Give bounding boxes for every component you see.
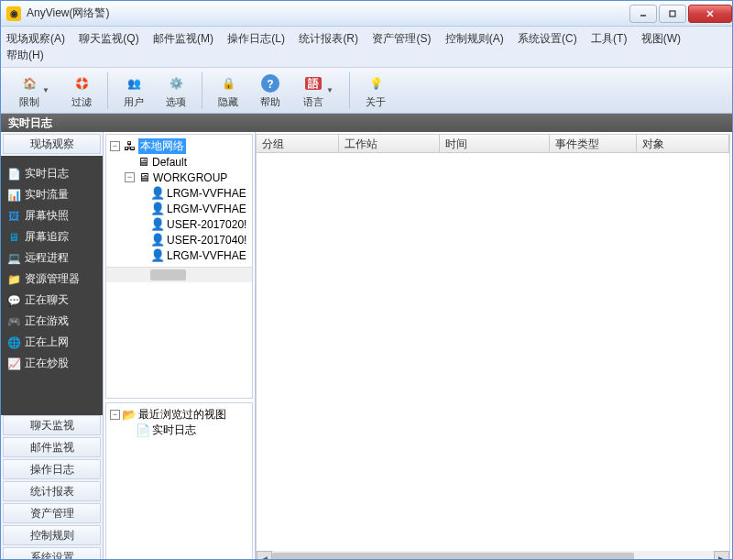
sidebar-icon: 💬 — [6, 293, 21, 308]
filter-button[interactable]: 🛟过滤 — [61, 70, 102, 112]
lang-button[interactable]: 語语言 ▼ — [292, 70, 344, 112]
sidebar-icon: 🌐 — [6, 335, 21, 350]
sidebar-item[interactable]: 🖥屏幕追踪 — [5, 226, 99, 247]
sidebar-icon: 🖥 — [6, 230, 21, 245]
user-icon: 👤 — [150, 202, 165, 216]
tree-node-label: LRGM-VVFHAE — [167, 203, 246, 215]
network-icon: 🖧 — [122, 139, 137, 154]
sidebar-section[interactable]: 系统设置 — [3, 547, 101, 560]
sidebar-item[interactable]: 📁资源管理器 — [5, 269, 99, 290]
user-icon: 👤 — [150, 233, 165, 247]
limit-button[interactable]: 🏠限制 ▼ — [8, 70, 60, 112]
sidebar-item-label: 正在聊天 — [25, 292, 69, 308]
group-icon: 🖥 — [137, 170, 151, 185]
tree-node[interactable]: 👤USER-2017040! — [110, 232, 248, 247]
group-icon: 🖥 — [136, 155, 150, 170]
user-icon: 👤 — [150, 248, 165, 263]
menu-item[interactable]: 现场观察(A) — [6, 32, 65, 45]
folder-icon: 📂 — [122, 408, 137, 423]
app-icon: ◉ — [6, 6, 21, 21]
sidebar-item-label: 正在游戏 — [25, 313, 69, 329]
sidebar-item[interactable]: 📊实时流量 — [5, 184, 99, 205]
sidebar-item[interactable]: 💬正在聊天 — [5, 290, 99, 311]
sidebar-item[interactable]: 🖼屏幕快照 — [5, 205, 99, 226]
sidebar-item-label: 正在炒股 — [25, 356, 69, 371]
close-button[interactable] — [688, 5, 732, 23]
tree-node[interactable]: 👤LRGM-VVFHAE — [110, 185, 248, 201]
collapse-icon[interactable]: − — [110, 141, 120, 151]
tree-node-label: USER-2017020! — [167, 218, 246, 231]
page-title: 实时日志 — [1, 114, 732, 132]
sidebar-section[interactable]: 统计报表 — [3, 481, 101, 501]
scroll-left-icon[interactable]: ◀ — [257, 551, 272, 560]
language-icon: 語 — [302, 72, 324, 94]
col-object[interactable]: 对象 — [637, 135, 729, 152]
menu-item[interactable]: 操作日志(L) — [227, 32, 285, 45]
log-icon: 📄 — [136, 423, 150, 438]
options-button[interactable]: ⚙️选项 — [156, 70, 196, 112]
col-time[interactable]: 时间 — [440, 135, 550, 152]
menu-item[interactable]: 视图(W) — [641, 32, 681, 45]
sidebar-item[interactable]: 🌐正在上网 — [5, 332, 99, 353]
sidebar-item-label: 远程进程 — [25, 250, 69, 266]
about-button[interactable]: 💡关于 — [356, 70, 396, 112]
menu-item[interactable]: 资产管理(S) — [372, 32, 431, 45]
svg-text:語: 語 — [307, 77, 319, 90]
menu-item[interactable]: 邮件监视(M) — [153, 32, 213, 45]
user-icon: 👤 — [150, 186, 165, 201]
tree-node-label: LRGM-VVFHAE — [167, 249, 246, 262]
menu-item[interactable]: 帮助(H) — [6, 49, 44, 61]
h-scrollbar[interactable]: ◀ ▶ — [257, 551, 729, 560]
sidebar-section[interactable]: 操作日志 — [3, 459, 101, 479]
sidebar-item-label: 屏幕快照 — [25, 208, 69, 224]
recent-item[interactable]: 📄实时日志 — [110, 423, 248, 438]
menu-item[interactable]: 工具(T) — [591, 32, 627, 45]
sidebar-section[interactable]: 邮件监视 — [3, 437, 101, 457]
menu-item[interactable]: 聊天监视(Q) — [79, 32, 138, 45]
minimize-button[interactable] — [629, 5, 657, 23]
sidebar-head[interactable]: 现场观察 — [3, 134, 101, 154]
tree-node[interactable]: 👤LRGM-VVFHAE — [110, 247, 248, 263]
svg-rect-1 — [670, 11, 675, 16]
col-eventtype[interactable]: 事件类型 — [550, 135, 637, 152]
col-group[interactable]: 分组 — [257, 135, 339, 152]
chevron-down-icon: ▼ — [42, 86, 49, 94]
menu-item[interactable]: 统计报表(R) — [299, 32, 358, 45]
grid-body — [257, 153, 729, 551]
collapse-icon[interactable]: − — [110, 410, 120, 420]
sidebar-item[interactable]: 💻远程进程 — [5, 247, 99, 269]
tree-node[interactable]: 👤LRGM-VVFHAE — [110, 201, 248, 216]
tree-root[interactable]: −🖧本地网络 — [110, 138, 248, 154]
grid: 分组 工作站 时间 事件类型 对象 ◀ ▶ — [256, 134, 730, 560]
collapse-icon[interactable]: − — [125, 172, 135, 182]
h-scrollbar[interactable] — [106, 267, 252, 282]
tree-group[interactable]: −🖥WORKGROUP — [110, 170, 248, 185]
lifebuoy-icon: 🛟 — [71, 72, 93, 94]
sidebar-item[interactable]: 📈正在炒股 — [5, 353, 99, 374]
recent-root[interactable]: −📂最近浏览过的视图 — [110, 407, 248, 423]
sidebar-section[interactable]: 资产管理 — [3, 503, 101, 523]
sidebar-item[interactable]: 📄实时日志 — [5, 163, 99, 184]
sidebar-item-label: 资源管理器 — [25, 271, 80, 287]
sidebar-icon: 🖼 — [6, 209, 21, 224]
sidebar: 现场观察 📄实时日志📊实时流量🖼屏幕快照🖥屏幕追踪💻远程进程📁资源管理器💬正在聊… — [1, 132, 104, 560]
sidebar-icon: 📈 — [6, 357, 21, 371]
user-button[interactable]: 👥用户 — [114, 70, 154, 112]
col-workstation[interactable]: 工作站 — [339, 135, 440, 152]
scroll-right-icon[interactable]: ▶ — [714, 551, 729, 560]
user-icon: 👤 — [150, 217, 165, 232]
sidebar-section[interactable]: 聊天监视 — [3, 415, 101, 435]
bulb-icon: 💡 — [365, 72, 387, 94]
maximize-button[interactable] — [659, 5, 686, 23]
network-tree: −🖧本地网络 🖥Default −🖥WORKGROUP 👤LRGM-VVFHAE… — [106, 135, 252, 267]
sidebar-item[interactable]: 🎮正在游戏 — [5, 311, 99, 332]
hide-button[interactable]: 🔒隐藏 — [208, 70, 248, 112]
tree-node[interactable]: 🖥Default — [110, 154, 248, 170]
sidebar-section[interactable]: 控制规则 — [3, 525, 101, 545]
help-button[interactable]: ?帮助 — [250, 70, 290, 112]
tree-node[interactable]: 👤USER-2017020! — [110, 216, 248, 232]
window-title: AnyView(网络警) — [27, 5, 628, 21]
menubar: 现场观察(A) 聊天监视(Q) 邮件监视(M) 操作日志(L) 统计报表(R) … — [1, 27, 732, 68]
menu-item[interactable]: 控制规则(A) — [445, 32, 504, 45]
menu-item[interactable]: 系统设置(C) — [518, 32, 577, 45]
